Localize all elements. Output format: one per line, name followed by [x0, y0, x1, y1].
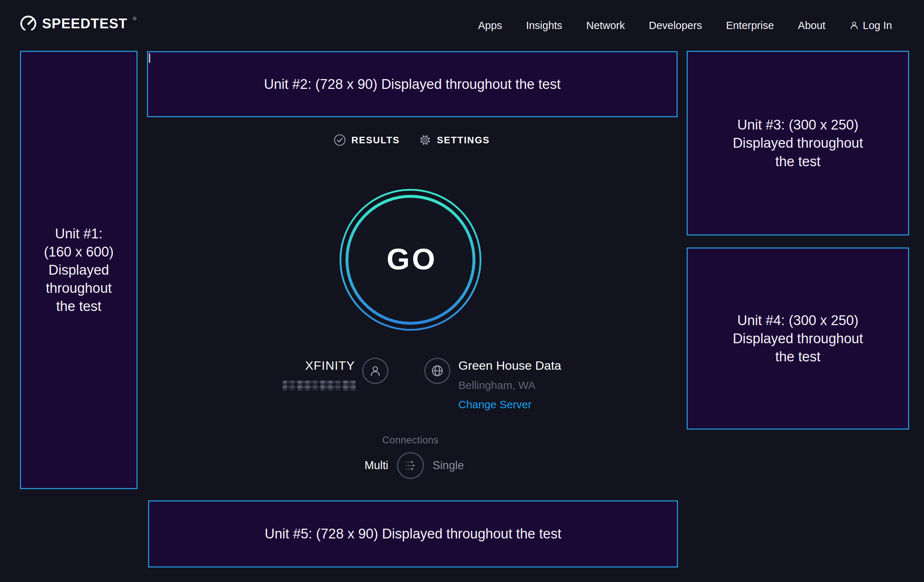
go-label: GO [384, 242, 437, 276]
isp-user-circle [362, 358, 388, 384]
logo[interactable]: SPEEDTEST ® [20, 15, 137, 32]
ad-unit-1-text: Unit #1: (160 x 600) Displayed throughou… [44, 224, 114, 316]
user-circle-icon [368, 364, 383, 378]
logo-text: SPEEDTEST [42, 15, 127, 32]
ad-unit-3-text: Unit #3: (300 x 250) Displayed throughou… [733, 116, 863, 170]
connections-label: Connections [382, 435, 439, 446]
main-nav: Apps Insights Network Developers Enterpr… [478, 20, 892, 31]
censored-ip-address [283, 381, 356, 391]
gear-icon [419, 134, 432, 147]
ad-unit-5-text: Unit #5: (728 x 90) Displayed throughout… [264, 525, 561, 543]
login-label: Log In [863, 20, 892, 31]
user-icon [849, 21, 859, 30]
check-circle-icon [333, 134, 346, 147]
server-name: Green House Data [459, 358, 561, 373]
multi-connection-arrows-icon [402, 457, 419, 474]
ad-unit-5[interactable]: Unit #5: (728 x 90) Displayed throughout… [148, 500, 678, 567]
ad-unit-2[interactable]: Unit #2: (728 x 90) Displayed throughout… [147, 51, 678, 117]
ad-artifact [149, 53, 150, 63]
connections-option-single[interactable]: Single [432, 459, 464, 472]
ad-unit-4[interactable]: Unit #4: (300 x 250) Displayed throughou… [686, 247, 909, 430]
view-tabs: RESULTS SETTINGS [333, 134, 490, 147]
nav-item-about[interactable]: About [798, 20, 826, 31]
server-globe-circle [424, 358, 450, 384]
logo-trademark: ® [133, 16, 137, 21]
ad-unit-4-text: Unit #4: (300 x 250) Displayed throughou… [733, 311, 863, 366]
connections-option-multi[interactable]: Multi [365, 459, 388, 472]
isp-name: XFINITY [305, 358, 355, 373]
speedometer-gauge-icon [20, 15, 37, 32]
nav-item-enterprise[interactable]: Enterprise [726, 20, 774, 31]
ad-unit-3[interactable]: Unit #3: (300 x 250) Displayed throughou… [686, 51, 909, 236]
server-location: Bellingham, WA [459, 379, 535, 391]
tab-results-label: RESULTS [351, 135, 399, 146]
tab-settings-label: SETTINGS [437, 135, 490, 146]
ad-unit-2-text: Unit #2: (728 x 90) Displayed throughout… [264, 75, 560, 93]
go-button[interactable]: GO [338, 187, 483, 332]
tab-settings[interactable]: SETTINGS [419, 134, 490, 147]
globe-icon [429, 363, 446, 379]
nav-item-apps[interactable]: Apps [478, 20, 502, 31]
nav-item-network[interactable]: Network [586, 20, 625, 31]
nav-item-developers[interactable]: Developers [649, 20, 702, 31]
nav-item-login[interactable]: Log In [849, 20, 892, 31]
speedtest-page: SPEEDTEST ® Apps Insights Network Develo… [0, 0, 924, 582]
connections-toggle[interactable] [397, 452, 424, 479]
nav-item-insights[interactable]: Insights [526, 20, 562, 31]
tab-results[interactable]: RESULTS [333, 134, 399, 147]
ad-unit-1[interactable]: Unit #1: (160 x 600) Displayed throughou… [20, 51, 137, 489]
change-server-link[interactable]: Change Server [459, 398, 532, 411]
